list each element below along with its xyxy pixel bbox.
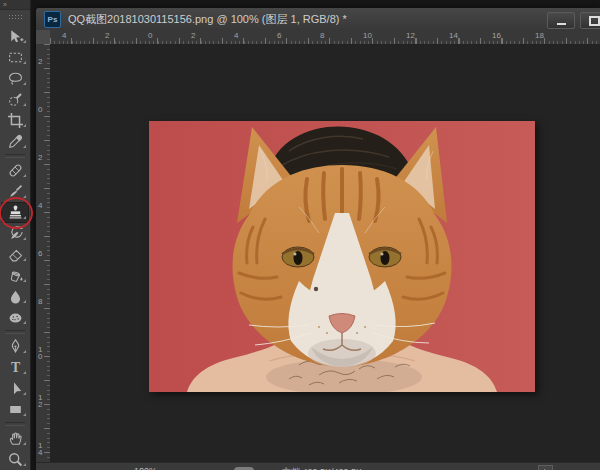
zoom-icon xyxy=(7,451,24,468)
path-selection-icon xyxy=(7,380,24,397)
h-ruler-label: 6 xyxy=(277,31,281,40)
tool-eyedropper-button[interactable] xyxy=(1,131,29,152)
canvas-image[interactable] xyxy=(149,121,535,392)
v-ruler-label: 2 xyxy=(38,154,45,161)
photoshop-app-icon: Ps xyxy=(44,11,61,28)
hand-icon xyxy=(7,430,24,447)
tool-type-button[interactable]: T xyxy=(1,357,29,378)
eraser-icon xyxy=(7,246,24,263)
vertical-ruler[interactable]: 202468101214 xyxy=(36,44,51,470)
h-ruler-label: 16 xyxy=(492,31,501,40)
tools-panel: » T ↺ xyxy=(0,0,31,470)
tool-brush-button[interactable] xyxy=(1,181,29,202)
shape-icon xyxy=(7,401,24,418)
tool-eraser-button[interactable] xyxy=(1,244,29,265)
ruler-corner-box[interactable] xyxy=(36,30,51,45)
horizontal-ruler[interactable]: 42024681012141618 xyxy=(50,30,600,45)
tool-zoom-button[interactable] xyxy=(1,449,29,470)
svg-text:T: T xyxy=(10,360,19,375)
h-ruler-label: 12 xyxy=(406,31,415,40)
tool-history-brush-button[interactable] xyxy=(1,223,29,244)
tool-blur-button[interactable] xyxy=(1,286,29,307)
pen-icon xyxy=(7,338,24,355)
v-ruler-label: 2 xyxy=(38,58,45,65)
h-ruler-label: 0 xyxy=(148,31,152,40)
canvas-area[interactable] xyxy=(50,44,600,462)
status-document-info: 文档:429.5K/429.5K xyxy=(282,466,362,470)
blur-icon xyxy=(7,288,24,305)
status-zoom-value[interactable]: 100% xyxy=(134,466,157,470)
window-titlebar[interactable]: Ps QQ截图20181030115156.png @ 100% (图层 1, … xyxy=(36,8,600,31)
v-ruler-label: 6 xyxy=(38,250,45,257)
tool-healing-brush-button[interactable] xyxy=(1,160,29,181)
tool-path-selection-button[interactable] xyxy=(1,378,29,399)
tool-rectangular-marquee-button[interactable] xyxy=(1,47,29,68)
h-ruler-label: 18 xyxy=(535,31,544,40)
tool-lasso-button[interactable] xyxy=(1,68,29,89)
cat-head-on-man-photo xyxy=(149,121,535,392)
tools-panel-collapse[interactable]: » xyxy=(0,0,30,10)
maximize-icon xyxy=(589,16,600,26)
tool-crop-button[interactable] xyxy=(1,110,29,131)
tool-separator xyxy=(5,154,25,158)
tool-pen-button[interactable] xyxy=(1,336,29,357)
h-ruler-label: 8 xyxy=(320,31,324,40)
minimize-icon xyxy=(557,23,566,25)
v-ruler-label: 0 xyxy=(38,106,45,113)
v-ruler-label: 4 xyxy=(38,202,45,209)
h-ruler-label: 14 xyxy=(449,31,458,40)
tool-move-button[interactable] xyxy=(1,26,29,47)
dodge-icon xyxy=(7,309,24,326)
maximize-button[interactable] xyxy=(580,12,600,29)
healing-brush-icon xyxy=(7,162,24,179)
v-ruler-label: 10 xyxy=(38,346,45,360)
rectangular-marquee-icon xyxy=(7,49,24,66)
h-ruler-label: 10 xyxy=(363,31,372,40)
document-window: Ps QQ截图20181030115156.png @ 100% (图层 1, … xyxy=(36,8,600,470)
v-ruler-label: 14 xyxy=(38,442,45,456)
window-title: QQ截图20181030115156.png @ 100% (图层 1, RGB… xyxy=(68,12,347,27)
tool-hand-button[interactable] xyxy=(1,428,29,449)
tool-dodge-button[interactable] xyxy=(1,307,29,328)
brush-icon xyxy=(7,183,24,200)
paint-bucket-icon xyxy=(7,267,24,284)
tool-shape-button[interactable] xyxy=(1,399,29,420)
tool-separator xyxy=(5,422,25,426)
eyedropper-icon xyxy=(7,133,24,150)
status-popup-button[interactable] xyxy=(538,465,553,470)
quick-selection-icon xyxy=(7,91,24,108)
crop-icon xyxy=(7,112,24,129)
v-ruler-label: 8 xyxy=(38,298,45,305)
h-ruler-label: 4 xyxy=(62,31,66,40)
tool-separator xyxy=(5,330,25,334)
tool-quick-selection-button[interactable] xyxy=(1,89,29,110)
h-ruler-label: 4 xyxy=(234,31,238,40)
h-ruler-label: 2 xyxy=(105,31,109,40)
history-brush-icon xyxy=(7,225,24,242)
tool-paint-bucket-button[interactable] xyxy=(1,265,29,286)
v-ruler-label: 12 xyxy=(38,394,45,408)
lasso-icon xyxy=(7,70,24,87)
tools-panel-grip[interactable] xyxy=(8,14,23,19)
clone-stamp-icon xyxy=(7,204,24,221)
status-bar: 100% 文档:429.5K/429.5K xyxy=(36,462,600,470)
h-ruler-label: 2 xyxy=(191,31,195,40)
move-icon xyxy=(7,28,24,45)
minimize-button[interactable] xyxy=(547,12,575,29)
type-icon: T xyxy=(7,359,24,376)
tools-list: T xyxy=(0,22,30,470)
window-controls xyxy=(547,12,600,29)
tool-clone-stamp-button[interactable] xyxy=(1,202,29,223)
